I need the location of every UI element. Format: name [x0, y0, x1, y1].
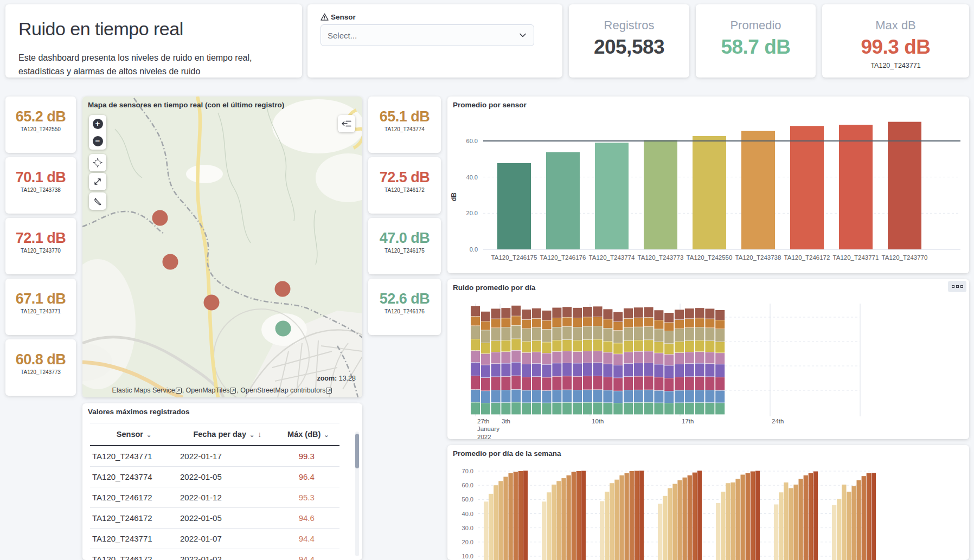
- bar[interactable]: [572, 472, 576, 560]
- bar[interactable]: [542, 377, 552, 390]
- bar[interactable]: [552, 485, 556, 560]
- bar[interactable]: [675, 364, 684, 377]
- bar[interactable]: [583, 307, 592, 317]
- bar[interactable]: [644, 390, 653, 402]
- bar[interactable]: [593, 403, 603, 415]
- bar[interactable]: [573, 352, 582, 363]
- bar[interactable]: [542, 353, 552, 364]
- bar[interactable]: [695, 363, 704, 376]
- bar[interactable]: [668, 488, 672, 560]
- bar[interactable]: [542, 501, 546, 560]
- bar[interactable]: [664, 313, 674, 322]
- bar[interactable]: [741, 131, 775, 249]
- bar[interactable]: [501, 308, 510, 318]
- bar[interactable]: [522, 342, 531, 352]
- bar[interactable]: [481, 343, 490, 354]
- column-menu-chevron-icon[interactable]: ⌄: [249, 432, 254, 438]
- bar[interactable]: [675, 342, 684, 352]
- map-canvas[interactable]: [82, 96, 362, 397]
- bar[interactable]: [716, 503, 720, 560]
- attribution-link[interactable]: OpenMapTiles: [186, 387, 230, 394]
- bar[interactable]: [624, 390, 633, 402]
- bar[interactable]: [675, 310, 684, 319]
- bar[interactable]: [695, 352, 704, 363]
- bar[interactable]: [552, 377, 561, 390]
- map-zoom-in-button[interactable]: +: [89, 115, 106, 132]
- bar[interactable]: [522, 310, 531, 319]
- bar[interactable]: [654, 329, 663, 342]
- bar[interactable]: [715, 403, 725, 414]
- bar[interactable]: [511, 376, 521, 389]
- bar[interactable]: [842, 485, 846, 560]
- bar[interactable]: [654, 364, 663, 377]
- bar[interactable]: [685, 308, 694, 318]
- bar[interactable]: [481, 365, 490, 377]
- bar[interactable]: [634, 352, 643, 363]
- bar[interactable]: [581, 471, 586, 560]
- bar[interactable]: [481, 321, 490, 330]
- bar[interactable]: [851, 486, 856, 560]
- bar[interactable]: [593, 376, 603, 390]
- bar[interactable]: [644, 307, 653, 318]
- bar[interactable]: [624, 352, 633, 363]
- bar[interactable]: [498, 481, 503, 560]
- bar[interactable]: [634, 327, 643, 340]
- bar[interactable]: [501, 377, 510, 390]
- bar[interactable]: [872, 473, 876, 560]
- bar[interactable]: [751, 472, 755, 560]
- bar[interactable]: [644, 351, 653, 363]
- map-sensor-marker[interactable]: [275, 281, 291, 297]
- bar[interactable]: [613, 322, 623, 330]
- bar[interactable]: [613, 378, 623, 390]
- bar[interactable]: [685, 328, 694, 340]
- bar[interactable]: [683, 478, 687, 560]
- bar[interactable]: [491, 377, 501, 390]
- bar[interactable]: [693, 473, 697, 560]
- bar[interactable]: [491, 403, 501, 414]
- bar[interactable]: [644, 376, 653, 389]
- bar[interactable]: [634, 363, 643, 376]
- bar[interactable]: [573, 308, 582, 318]
- bar[interactable]: [494, 485, 498, 560]
- bar[interactable]: [509, 473, 513, 560]
- bar[interactable]: [511, 306, 521, 316]
- bar[interactable]: [624, 328, 633, 340]
- bar[interactable]: [552, 327, 561, 340]
- map-sensor-marker[interactable]: [152, 210, 168, 226]
- bar[interactable]: [552, 390, 561, 403]
- bar[interactable]: [862, 476, 866, 560]
- bar[interactable]: [675, 353, 684, 364]
- column-menu-chevron-icon[interactable]: ⌄: [146, 432, 151, 438]
- bar[interactable]: [789, 488, 793, 560]
- bar[interactable]: [664, 365, 674, 378]
- bar[interactable]: [547, 492, 551, 560]
- bar[interactable]: [813, 472, 818, 560]
- bar[interactable]: [695, 403, 704, 415]
- bar[interactable]: [542, 330, 552, 342]
- bar[interactable]: [695, 318, 704, 327]
- map-locate-button[interactable]: [89, 154, 106, 171]
- bar[interactable]: [644, 327, 653, 340]
- bar[interactable]: [613, 343, 623, 353]
- bar[interactable]: [522, 377, 531, 390]
- bar[interactable]: [705, 390, 714, 402]
- bar[interactable]: [613, 312, 623, 322]
- bar[interactable]: [511, 326, 521, 339]
- bar[interactable]: [573, 327, 582, 340]
- bar[interactable]: [614, 480, 619, 560]
- bar[interactable]: [715, 320, 725, 329]
- bar[interactable]: [491, 364, 501, 377]
- bar[interactable]: [583, 317, 592, 326]
- bar[interactable]: [715, 364, 725, 377]
- bar[interactable]: [675, 329, 684, 342]
- bar[interactable]: [511, 402, 521, 414]
- bar[interactable]: [603, 352, 612, 364]
- bar[interactable]: [501, 340, 510, 351]
- bar[interactable]: [562, 327, 572, 340]
- table-scrollbar-thumb[interactable]: [355, 434, 359, 468]
- table-column-header[interactable]: Fecha per day⌄↓: [178, 423, 277, 446]
- bar[interactable]: [518, 471, 523, 560]
- bar[interactable]: [595, 143, 629, 249]
- bar[interactable]: [705, 364, 714, 377]
- bar[interactable]: [715, 342, 725, 353]
